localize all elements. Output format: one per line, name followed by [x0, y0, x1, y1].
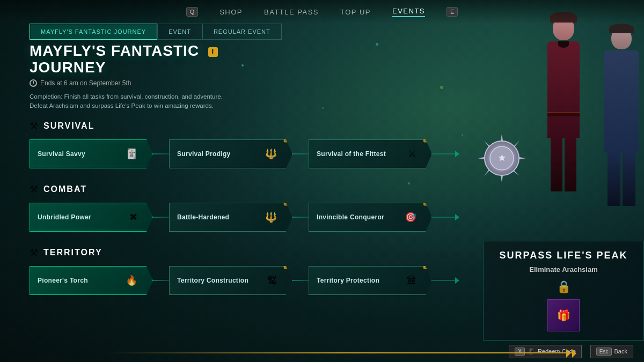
quest-node-icon: 🔥 [126, 275, 137, 286]
nav-battle-pass[interactable]: BATTLE PASS [264, 8, 319, 16]
quest-label: Survival Prodigy [177, 150, 231, 158]
quest-label: Territory Construction [177, 277, 248, 284]
arrow-tip-1 [566, 349, 570, 358]
char-body [547, 41, 580, 138]
bottom-arrow-line [107, 352, 574, 353]
left-panel: MAYFLY'S FANTASTIC i JOURNEY Ends at 6 a… [30, 43, 470, 341]
connector [292, 280, 309, 281]
quest-label: Survival of the Fittest [317, 150, 386, 158]
quest-label: Territory Protection [317, 277, 379, 284]
char-hair [609, 24, 634, 33]
quest-survival-savvy[interactable]: Survival Savvy 🃏 [30, 139, 153, 168]
connector [153, 280, 169, 281]
survival-section: ⚒ SURVIVAL Survival Savvy 🃏 🔒 Survival P… [30, 120, 459, 168]
tab-regular-event[interactable]: REGULAR EVENT [202, 24, 282, 40]
arrow-tip-2 [572, 349, 576, 358]
quest-pioneers-torch[interactable]: Pioneer's Torch 🔥 [30, 266, 153, 295]
char-leg [608, 152, 620, 206]
survival-icon: ⚒ [30, 120, 38, 132]
quest-label: Survival Savvy [38, 150, 85, 158]
quest-node-icon: 🏗 [267, 275, 277, 286]
ends-text: Ends at 6 am on September 5th [40, 79, 131, 87]
quest-label: Pioneer's Torch [38, 277, 88, 284]
lock-badge: 🔒 [282, 262, 290, 269]
connector-to-peak [432, 217, 455, 218]
quest-node-icon: 🎯 [405, 211, 416, 223]
quest-unbridled-power[interactable]: Unbridled Power ✖ [30, 203, 153, 232]
char-legs [547, 138, 580, 191]
quest-label: Unbridled Power [38, 213, 91, 221]
event-title: MAYFLY'S FANTASTIC i JOURNEY [30, 43, 459, 76]
char-legs [604, 152, 639, 206]
medal-container: ★ [478, 134, 526, 182]
surpass-lock-icon: 🔒 [494, 280, 633, 294]
char-collar [558, 41, 569, 48]
nav-top-up[interactable]: TOP UP [340, 8, 371, 16]
nav-shop[interactable]: SHOP [219, 8, 243, 16]
arrow-head [455, 277, 459, 284]
lock-badge: 🔒 [282, 136, 290, 143]
char-leg [565, 138, 576, 191]
esc-key: Esc [596, 348, 612, 356]
combat-quest-row: Unbridled Power ✖ 🔒 Battle-Hardened 🔱 🔒 … [30, 203, 459, 232]
nav-events[interactable]: EVENTS [392, 7, 425, 17]
territory-quest-row: Pioneer's Torch 🔥 🔒 Territory Constructi… [30, 266, 459, 295]
combat-header: ⚒ COMBAT [30, 183, 459, 195]
left-key-badge: Q [186, 7, 199, 17]
quest-survival-fittest[interactable]: 🔒 Survival of the Fittest ⚔ [309, 139, 432, 168]
quest-label: Battle-Hardened [177, 213, 229, 221]
connector [153, 217, 169, 218]
quest-territory-construction[interactable]: 🔒 Territory Construction 🏗 [169, 266, 292, 295]
main-content: MAYFLY'S FANTASTIC i JOURNEY Ends at 6 a… [30, 43, 644, 341]
redeem-key: X [515, 348, 525, 356]
surpass-title: SURPASS LIFE'S PEAK [494, 250, 633, 261]
bottom-arrow-tips [566, 349, 576, 358]
connector [292, 153, 309, 154]
char-leg [623, 152, 635, 206]
survival-quest-row: Survival Savvy 🃏 🔒 Survival Prodigy 🔱 🔒 … [30, 139, 459, 168]
info-icon[interactable]: i [208, 47, 218, 57]
quest-node-icon: 🔱 [265, 148, 277, 160]
event-description: Completion: Finish all tasks from surviv… [30, 92, 223, 111]
clock-icon [30, 79, 37, 87]
combat-title: COMBAT [43, 184, 87, 194]
char-body [604, 50, 639, 152]
connector [153, 153, 169, 154]
tab-event[interactable]: EVENT [157, 24, 202, 40]
quest-territory-protection[interactable]: 🔒 Territory Protection 🏛 [309, 266, 432, 295]
quest-label: Invincible Conqueror [317, 213, 384, 221]
tab-mayfly[interactable]: MAYFLY'S FANTASTIC JOURNEY [30, 24, 157, 40]
character-area: ★ [456, 11, 644, 268]
territory-icon: ⚒ [30, 247, 38, 258]
survival-header: ⚒ SURVIVAL [30, 120, 459, 132]
top-navigation: Q SHOP BATTLE PASS TOP UP EVENTS E [0, 0, 644, 24]
lock-badge: 🔒 [282, 199, 290, 206]
reward-icon: 🎁 [557, 309, 570, 322]
quest-node-icon: 🔱 [265, 211, 277, 223]
connector-to-peak [432, 280, 455, 281]
quest-node-icon: ⚔ [408, 148, 416, 160]
right-key-badge: E [447, 7, 458, 17]
char-leg [551, 138, 562, 191]
char-belt [547, 112, 580, 116]
back-button[interactable]: Esc Back [590, 345, 633, 358]
quest-invincible-conqueror[interactable]: 🔒 Invincible Conqueror 🎯 [309, 203, 432, 232]
lock-badge: 🔒 [422, 136, 429, 143]
territory-section: ⚒ TERRITORY Pioneer's Torch 🔥 🔒 Territor… [30, 247, 459, 295]
territory-header: ⚒ TERRITORY [30, 247, 459, 258]
back-label: Back [614, 348, 627, 354]
medal-svg: ★ [478, 134, 526, 182]
connector [292, 217, 309, 218]
quest-battle-hardened[interactable]: 🔒 Battle-Hardened 🔱 [169, 203, 292, 232]
quest-survival-prodigy[interactable]: 🔒 Survival Prodigy 🔱 [169, 139, 292, 168]
lock-badge: 🔒 [422, 262, 429, 269]
quest-node-icon: 🃏 [126, 148, 137, 160]
combat-section: ⚒ COMBAT Unbridled Power ✖ 🔒 Battle-Hard… [30, 183, 459, 232]
connector-to-peak [432, 153, 455, 154]
surpass-box: SURPASS LIFE'S PEAK Eliminate Arachsiam … [483, 241, 644, 341]
character-male [604, 27, 639, 206]
event-subtitle: Ends at 6 am on September 5th [30, 79, 459, 87]
bottom-bar: X 📱 Redeem Code Esc Back [0, 341, 644, 362]
redeem-icon: 📱 [528, 348, 535, 355]
territory-title: TERRITORY [43, 248, 103, 257]
